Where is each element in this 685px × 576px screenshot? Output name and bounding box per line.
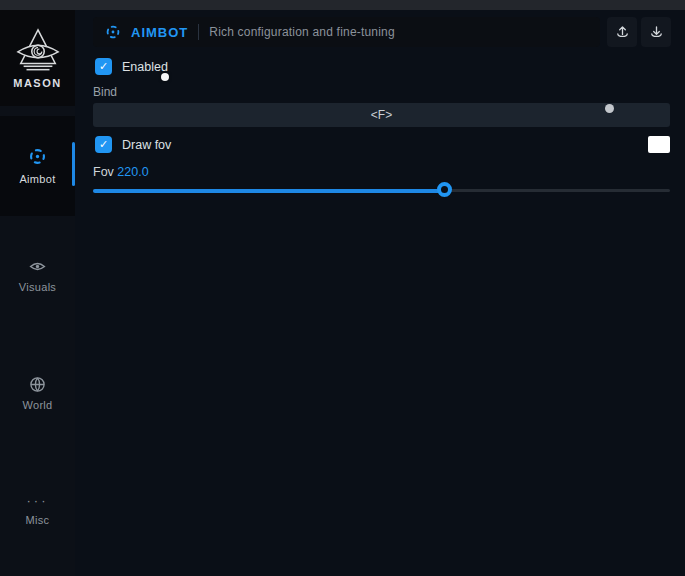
enabled-label: Enabled xyxy=(122,60,168,74)
check-icon: ✓ xyxy=(99,60,108,73)
draw-fov-checkbox[interactable]: ✓ xyxy=(95,136,112,153)
sidebar-item-label: Misc xyxy=(26,514,50,526)
upload-config-button[interactable] xyxy=(607,17,637,47)
upload-icon xyxy=(615,25,630,40)
sidebar-item-label: Aimbot xyxy=(19,173,55,185)
fov-slider[interactable] xyxy=(93,182,670,198)
sidebar-item-aimbot[interactable]: Aimbot xyxy=(0,116,75,216)
sidebar-item-label: World xyxy=(22,399,52,411)
crosshair-icon xyxy=(105,24,121,40)
mouse-cursor-dot xyxy=(161,73,169,81)
check-icon: ✓ xyxy=(99,138,108,151)
fov-label: Fov 220.0 xyxy=(93,165,149,179)
enabled-checkbox[interactable]: ✓ xyxy=(95,58,112,75)
logo-text: MASON xyxy=(13,77,61,89)
fov-slider-handle[interactable] xyxy=(437,182,452,197)
page-subtitle: Rich configuration and fine-tuning xyxy=(209,25,395,39)
fov-label-text: Fov xyxy=(93,165,114,179)
page-header: AIMBOT Rich configuration and fine-tunin… xyxy=(93,17,600,47)
page-title: AIMBOT xyxy=(131,25,188,40)
fov-color-swatch[interactable] xyxy=(648,136,670,153)
download-config-button[interactable] xyxy=(641,17,671,47)
draw-fov-label: Draw fov xyxy=(122,138,171,152)
fov-value: 220.0 xyxy=(117,165,148,179)
header-divider xyxy=(198,24,199,40)
sidebar-item-world[interactable]: World xyxy=(0,376,75,411)
window-top-strip xyxy=(0,0,685,10)
active-item-accent-bar xyxy=(72,142,75,186)
pyramid-eye-icon xyxy=(13,27,63,73)
download-icon xyxy=(649,25,664,40)
bind-value: <F> xyxy=(371,108,392,122)
globe-icon xyxy=(29,376,46,393)
sidebar-item-misc[interactable]: ··· Misc xyxy=(0,494,75,526)
sidebar: MASON Aimbot Visuals World ··· Misc xyxy=(0,10,75,576)
sidebar-item-visuals[interactable]: Visuals xyxy=(0,258,75,293)
bind-input[interactable]: <F> xyxy=(93,103,670,127)
eye-icon xyxy=(29,258,46,275)
bind-indicator-dot xyxy=(605,104,614,113)
fov-slider-fill xyxy=(93,189,445,193)
bind-label: Bind xyxy=(93,85,117,99)
sidebar-item-label: Visuals xyxy=(19,281,56,293)
logo: MASON xyxy=(0,10,75,106)
crosshair-icon xyxy=(28,147,47,166)
ellipsis-icon: ··· xyxy=(27,494,49,508)
